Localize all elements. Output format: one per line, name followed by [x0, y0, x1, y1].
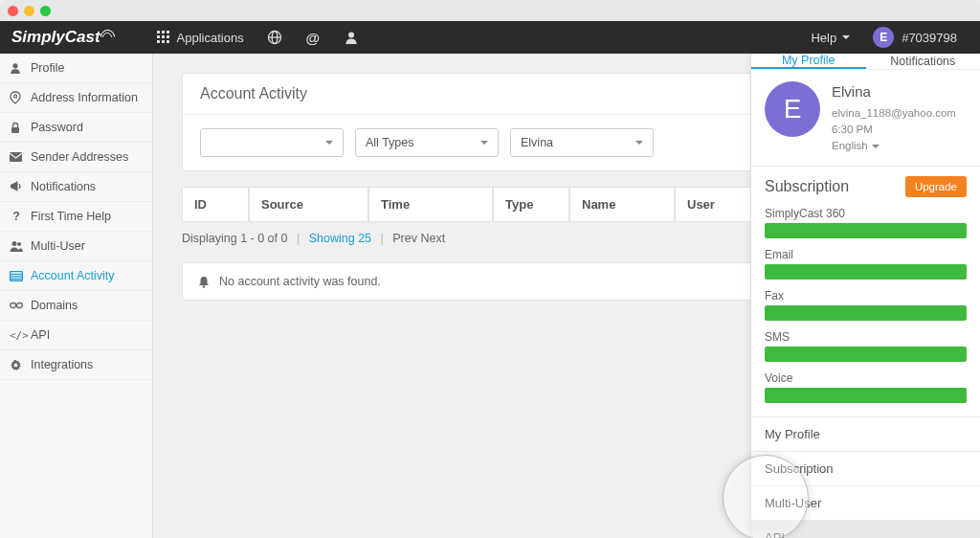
- chain-icon: [10, 302, 23, 309]
- flyout-link-my-profile[interactable]: My Profile: [751, 417, 980, 452]
- sidebar-item-password[interactable]: Password: [0, 113, 152, 143]
- gear-icon: [10, 359, 23, 371]
- svg-rect-3: [157, 35, 160, 38]
- alert-text: No account activity was found.: [219, 275, 381, 288]
- at-icon: @: [305, 30, 321, 45]
- svg-rect-7: [162, 40, 165, 43]
- sidebar-item-label: Multi-User: [31, 239, 85, 253]
- help-label: Help: [811, 31, 836, 45]
- tab-my-profile[interactable]: My Profile: [751, 54, 866, 69]
- pager-showing-link[interactable]: Showing 25: [309, 232, 371, 245]
- subscription-item: Voice: [765, 371, 967, 403]
- tab-notifications[interactable]: Notifications: [866, 54, 981, 69]
- minimize-window-icon[interactable]: [24, 6, 34, 16]
- svg-point-19: [17, 242, 21, 246]
- sidebar-item-sender-addresses[interactable]: Sender Addresses: [0, 143, 152, 172]
- pager-next[interactable]: Next: [420, 232, 445, 245]
- col-id[interactable]: ID: [182, 187, 249, 222]
- globe-icon: [267, 30, 282, 45]
- maximize-window-icon[interactable]: [40, 6, 51, 16]
- megaphone-icon: [10, 181, 23, 192]
- flyout-link-multi-user[interactable]: Multi-User: [751, 486, 980, 521]
- svg-rect-2: [167, 31, 169, 34]
- subscription-label: SimplyCast 360: [765, 207, 967, 220]
- subscription-item: SMS: [765, 330, 967, 362]
- usage-bar: [765, 223, 967, 238]
- svg-point-14: [13, 95, 16, 98]
- avatar: E: [765, 81, 820, 137]
- flyout-link-api[interactable]: API: [751, 521, 980, 538]
- sidebar-item-account-activity[interactable]: Account Activity: [0, 261, 152, 291]
- user-time: 6:30 PM: [832, 122, 956, 138]
- sidebar-item-label: Password: [31, 121, 83, 134]
- window-titlebar: [0, 0, 980, 21]
- filter-type-dropdown[interactable]: All Types: [355, 128, 499, 157]
- sidebar-item-label: Integrations: [31, 358, 93, 371]
- col-type[interactable]: Type: [493, 187, 569, 222]
- sidebar-item-integrations[interactable]: Integrations: [0, 350, 152, 380]
- user-email: elvina_1188@yahoo.com: [832, 105, 956, 122]
- chevron-down-icon: [480, 141, 488, 145]
- subscription-label: Voice: [765, 371, 967, 385]
- sidebar-item-profile[interactable]: Profile: [0, 54, 152, 83]
- account-id: #7039798: [902, 31, 957, 45]
- language-selector[interactable]: English: [832, 138, 956, 154]
- filter-user-dropdown[interactable]: Elvina: [510, 128, 654, 157]
- pager-display: Displaying 1 - 0 of 0: [182, 232, 287, 245]
- code-icon: </>: [10, 329, 23, 342]
- close-window-icon[interactable]: [8, 6, 18, 16]
- sidebar-item-label: Notifications: [31, 180, 96, 193]
- globe-button[interactable]: [256, 21, 294, 54]
- applications-menu[interactable]: Applications: [145, 21, 256, 54]
- upgrade-button[interactable]: Upgrade: [905, 176, 967, 197]
- svg-rect-25: [16, 303, 22, 308]
- sidebar-item-multi-user[interactable]: Multi-User: [0, 232, 152, 261]
- chevron-down-icon: [842, 35, 850, 39]
- flyout-link-subscription[interactable]: Subscription: [751, 452, 980, 486]
- chevron-down-icon: [872, 145, 880, 148]
- profile-flyout: My Profile Notifications E Elvina elvina…: [750, 54, 980, 538]
- sidebar-item-api[interactable]: </> API: [0, 321, 152, 350]
- subscription-section: Subscription Upgrade SimplyCast 360 Emai…: [751, 167, 980, 417]
- chevron-down-icon: [325, 141, 333, 145]
- usage-bar: [765, 347, 967, 362]
- envelope-icon: [10, 152, 23, 162]
- subscription-label: Fax: [765, 289, 967, 303]
- language-label: English: [832, 138, 868, 154]
- apps-grid-icon: [156, 30, 171, 45]
- pager-prev[interactable]: Prev: [392, 232, 417, 245]
- filter-value: All Types: [366, 136, 414, 149]
- svg-rect-24: [11, 303, 16, 308]
- at-button[interactable]: @: [294, 21, 332, 54]
- sidebar-item-notifications[interactable]: Notifications: [0, 172, 152, 202]
- account-menu[interactable]: E #7039798: [861, 21, 969, 54]
- brand-logo[interactable]: SimplyCast: [11, 28, 116, 47]
- person-icon: [344, 30, 359, 45]
- usage-bar: [765, 264, 967, 280]
- sidebar-item-label: First Time Help: [31, 210, 111, 223]
- svg-rect-6: [157, 40, 160, 43]
- svg-rect-0: [157, 31, 160, 34]
- sidebar-item-first-time-help[interactable]: ? First Time Help: [0, 202, 152, 232]
- flyout-nav-links: My Profile Subscription Multi-User API I…: [751, 417, 980, 538]
- sidebar-item-domains[interactable]: Domains: [0, 291, 152, 321]
- usage-bar: [765, 305, 967, 321]
- chevron-down-icon: [635, 141, 643, 145]
- subscription-title: Subscription: [765, 178, 849, 195]
- flyout-tabs: My Profile Notifications: [751, 54, 980, 70]
- user-button[interactable]: [332, 21, 370, 54]
- col-source[interactable]: Source: [249, 187, 368, 222]
- subscription-item: Fax: [765, 289, 967, 321]
- col-name[interactable]: Name: [569, 187, 675, 222]
- sidebar-item-label: Account Activity: [31, 269, 115, 282]
- col-time[interactable]: Time: [368, 187, 493, 222]
- avatar: E: [873, 27, 894, 48]
- sidebar-item-address[interactable]: Address Information: [0, 83, 152, 113]
- profile-summary: E Elvina elvina_1188@yahoo.com 6:30 PM E…: [751, 70, 980, 167]
- subscription-label: Email: [765, 248, 967, 261]
- question-icon: ?: [10, 210, 23, 223]
- filter-date-dropdown[interactable]: [200, 128, 344, 157]
- svg-rect-1: [162, 31, 165, 34]
- help-menu[interactable]: Help: [799, 21, 861, 54]
- sidebar-item-label: Profile: [31, 61, 64, 75]
